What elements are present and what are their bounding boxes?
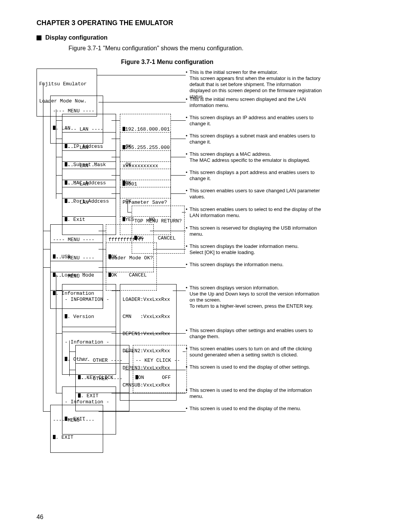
tree-line — [171, 175, 186, 176]
desc-info-exit: This screen is used to end the display o… — [190, 387, 323, 399]
tree-line — [99, 249, 106, 249]
bullet-icon: • — [186, 206, 188, 212]
box-info-version: - INFORMATION - . Version — [62, 284, 116, 332]
tree-line — [125, 351, 133, 352]
tree-line — [171, 120, 186, 121]
tree-line — [127, 212, 132, 212]
desc-other: This screen displays other settings and … — [190, 328, 323, 340]
tree-line — [43, 411, 50, 412]
tree-line — [56, 139, 62, 139]
desc-version: This screen displays version information… — [190, 285, 323, 309]
tree-line — [171, 139, 186, 139]
box-loader-value: Loader Mode OK? OK CANCEL — [106, 243, 157, 291]
bullet-icon: • — [186, 188, 188, 193]
tree-line — [69, 370, 75, 370]
tree-line — [43, 102, 50, 102]
bullet-icon: • — [186, 169, 188, 175]
page: CHAPTER 3 OPERATING THE EMULATOR Display… — [0, 0, 411, 532]
desc-ip: This screen displays an IP address and e… — [190, 115, 323, 127]
tree-line — [56, 193, 62, 194]
tree-line — [56, 393, 62, 393]
desc-port: This screen displays a port address and … — [190, 169, 323, 182]
bullet-icon: • — [186, 243, 188, 249]
tree-line — [56, 157, 62, 157]
box-keyclick-value: -- KEY CLICK -- ON OFF — [133, 345, 187, 393]
bullet-icon: • — [186, 115, 188, 120]
bullet-icon: • — [186, 328, 188, 333]
tree-line — [43, 249, 50, 249]
bullet-icon: • — [186, 133, 188, 139]
tree-line — [99, 231, 106, 231]
tree-line — [56, 120, 62, 121]
bullet-icon: • — [186, 364, 188, 370]
tree-line — [56, 275, 56, 393]
tree-line — [183, 351, 186, 352]
bullet-icon: • — [186, 285, 188, 291]
intro-text: Figure 3.7-1 "Menu configuration" shows … — [68, 45, 244, 52]
tree-line — [56, 175, 62, 176]
tree-line — [43, 82, 43, 411]
box-menu-exit: ---- MENU ---- . EXIT — [50, 405, 103, 453]
bullet-icon: • — [186, 387, 188, 393]
tree-line — [153, 249, 186, 249]
tree-line — [112, 157, 120, 157]
bullet-icon: • — [186, 262, 188, 267]
tree-line — [43, 231, 50, 231]
bullet-icon: • — [186, 346, 188, 351]
figure-title: Figure 3.7-1 Menu configuration — [121, 59, 213, 66]
tree-line — [112, 393, 186, 393]
section-bullet — [37, 35, 41, 40]
tree-line — [99, 102, 186, 102]
tree-line — [99, 411, 186, 412]
bullet-icon: • — [186, 69, 188, 75]
desc-loader: This screen displays the loader informat… — [190, 243, 323, 256]
tree-line — [150, 231, 186, 231]
tree-line — [125, 370, 186, 370]
section-row: Display configuration — [37, 34, 108, 41]
tree-line — [56, 109, 56, 199]
tree-line — [112, 193, 120, 194]
bullet-icon: • — [186, 225, 188, 231]
desc-top-return: This screen enables users to select to e… — [190, 206, 323, 219]
desc-other-exit: This screen is used to end the display o… — [190, 364, 323, 370]
tree-line — [97, 75, 186, 75]
tree-line — [112, 333, 186, 334]
bullet-icon: • — [186, 151, 188, 157]
tree-line — [112, 291, 120, 291]
tree-line — [69, 351, 75, 352]
desc-lan-exit: This screen enables users to save change… — [190, 188, 323, 200]
desc-usb: This screen is reserved for displaying t… — [190, 225, 323, 237]
tree-line — [173, 291, 186, 291]
desc-lan: This is the initial menu screen displaye… — [190, 96, 323, 109]
desc-subnet: This screen displays a subnet mask and e… — [190, 133, 323, 145]
tree-line — [171, 193, 186, 194]
cursor-icon — [53, 126, 56, 130]
desc-menu-exit: This screen is used to end the display o… — [190, 406, 323, 412]
tree-line — [99, 267, 186, 268]
tree-line — [69, 340, 70, 376]
desc-mac: This screen displays a MAC address. The … — [190, 151, 323, 163]
tree-line — [182, 212, 186, 212]
tree-line — [56, 333, 62, 334]
tree-line — [56, 291, 62, 291]
section-title: Display configuration — [45, 34, 108, 41]
bullet-icon: • — [186, 406, 188, 411]
tree-line — [171, 157, 186, 157]
root-line1: Fujitsu Emulator — [39, 81, 94, 87]
desc-root: This is the initial screen for the emula… — [190, 69, 323, 100]
tree-line — [127, 201, 128, 212]
tree-line — [43, 267, 50, 268]
chapter-title: CHAPTER 3 OPERATING THE EMULATOR — [37, 19, 173, 27]
tree-line — [112, 139, 120, 139]
page-number: 46 — [37, 514, 43, 521]
bullet-icon: • — [186, 96, 188, 102]
tree-line — [112, 120, 120, 121]
desc-info: This screen displays the information men… — [190, 262, 323, 268]
desc-keyclick: This screen enables users to turn on and… — [190, 346, 323, 358]
tree-line — [112, 175, 120, 176]
